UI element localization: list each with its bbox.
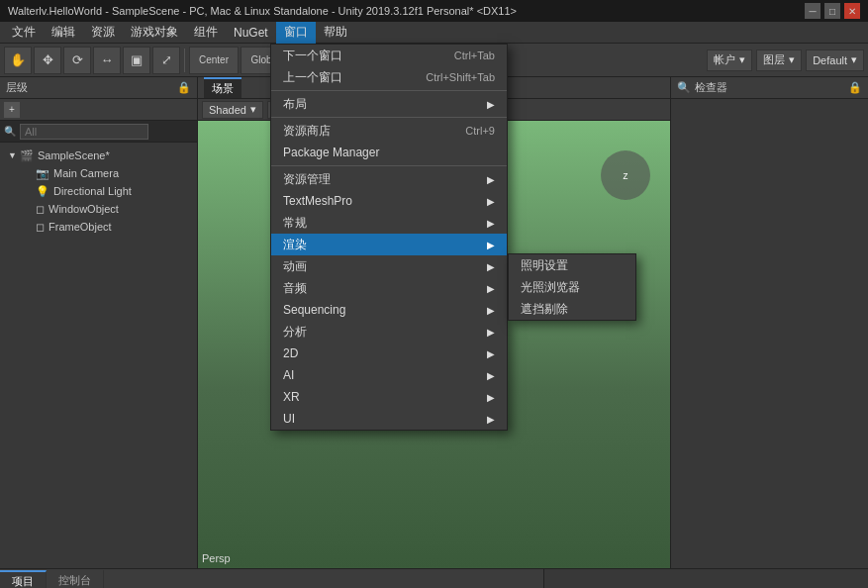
audio-label: 音频 [283,280,307,297]
chevron-down-icon-3: ▾ [851,53,857,66]
menu-textmeshpro[interactable]: TextMeshPro ▶ [271,190,507,212]
submenu-arrow-icon: ▶ [487,327,495,338]
menu-animation[interactable]: 动画 ▶ [271,255,507,277]
tool-hand[interactable]: ✋ [4,47,32,74]
menu-prev-window[interactable]: 上一个窗口 Ctrl+Shift+Tab [271,66,507,88]
shortcut-label: Ctrl+Tab [454,49,495,61]
scene-tab[interactable]: 场景 [204,77,241,98]
hierarchy-tree: ▼ 🎬 SampleScene* 📷 Main Camera 💡 Directi… [0,143,197,568]
menu-render[interactable]: 渲染 ▶ [271,234,507,255]
menu-edit[interactable]: 编辑 [44,22,83,44]
submenu-arrow-icon: ▶ [487,240,495,250]
menu-next-window[interactable]: 下一个窗口 Ctrl+Tab [271,45,507,66]
menu-analysis[interactable]: 分析 ▶ [271,321,507,343]
menu-help[interactable]: 帮助 [316,22,355,44]
tree-item-samplescene[interactable]: ▼ 🎬 SampleScene* [0,147,197,164]
scene-gizmo: z [601,150,650,200]
inspector-header: 🔍 检查器 🔒 [671,77,868,99]
submenu-arrow-icon: ▶ [487,414,495,425]
menu-ui[interactable]: UI ▶ [271,408,507,430]
window-title: Walterlv.HelloWorld - SampleScene - PC, … [8,5,805,17]
general-label: 常规 [283,215,307,232]
submenu-arrow-icon: ▶ [487,370,495,381]
inspector-panel: 🔍 检查器 🔒 [670,77,868,568]
gameobj-icon: ◻ [36,221,45,234]
menu-file[interactable]: 文件 [4,22,44,44]
layout-dropdown[interactable]: Default ▾ [806,49,864,71]
tree-item-main-camera[interactable]: 📷 Main Camera [0,164,197,182]
asset-store-label: 资源商店 [283,123,331,140]
submenu-occlusion-culling[interactable]: 遮挡剔除 [509,298,635,320]
tool-rotate[interactable]: ⟳ [63,47,91,74]
shaded-dropdown[interactable]: Shaded ▾ [202,101,263,119]
menu-window[interactable]: 窗口 [276,22,316,44]
tool-transform[interactable]: ⤢ [152,47,180,74]
menu-separator [271,117,507,118]
submenu-arrow-icon: ▶ [487,283,495,294]
menu-sequencing[interactable]: Sequencing ▶ [271,299,507,321]
menu-xr[interactable]: XR ▶ [271,386,507,408]
right-bottom-panel [544,569,868,588]
title-bar: Walterlv.HelloWorld - SampleScene - PC, … [0,0,868,22]
lock-icon: 🔒 [177,81,191,94]
submenu-arrow-icon: ▶ [487,348,495,359]
package-manager-label: Package Manager [283,146,379,159]
tab-project[interactable]: 项目 [0,570,47,588]
layers-dropdown[interactable]: 图层 ▾ [756,49,802,71]
menu-separator [271,90,507,91]
account-dropdown[interactable]: 帐户 ▾ [707,49,752,71]
hierarchy-add-button[interactable]: + [4,102,20,118]
tree-item-windowobject[interactable]: ◻ WindowObject [0,200,197,218]
window-menu-dropdown: 下一个窗口 Ctrl+Tab 上一个窗口 Ctrl+Shift+Tab 布局 ▶… [270,44,508,431]
tool-pivot[interactable]: Center [189,47,239,74]
next-window-label: 下一个窗口 [283,48,342,64]
render-label: 渲染 [283,237,307,253]
tool-scale[interactable]: ↔ [93,47,121,74]
inspector-lock-icon: 🔒 [848,81,862,94]
bottom-tabs: 项目 控制台 [0,569,543,588]
submenu-light-explorer[interactable]: 光照浏览器 [509,276,635,298]
account-label: 帐户 [714,52,735,67]
layers-label: 图层 [763,52,785,67]
menu-assets[interactable]: 资源 [83,22,123,44]
submenu-lighting-settings[interactable]: 照明设置 [509,254,635,276]
submenu-arrow-icon: ▶ [487,392,495,403]
tree-item-directional-light[interactable]: 💡 Directional Light [0,182,197,200]
chevron-down-icon-2: ▾ [789,53,795,66]
tool-move[interactable]: ✥ [34,47,61,74]
tab-console[interactable]: 控制台 [47,570,104,588]
submenu-arrow-icon: ▶ [487,218,495,229]
scene-perspective-label: Persp [202,552,231,564]
render-submenu: 照明设置 光照浏览器 遮挡剔除 [508,253,636,321]
menu-package-manager[interactable]: Package Manager [271,142,507,163]
menu-audio[interactable]: 音频 ▶ [271,277,507,299]
minimize-button[interactable]: ─ [805,3,820,19]
scene-icon: 🎬 [20,149,34,162]
tree-item-label: SampleScene* [38,149,110,161]
ui-label: UI [283,412,295,426]
hierarchy-search-bar: 🔍 [0,121,197,143]
shaded-label: Shaded [209,104,246,116]
menu-component[interactable]: 组件 [186,22,226,44]
menu-2d[interactable]: 2D ▶ [271,343,507,364]
tool-rect[interactable]: ▣ [123,47,150,74]
maximize-button[interactable]: □ [824,3,840,19]
shortcut-label: Ctrl+9 [465,125,495,137]
prev-window-label: 上一个窗口 [283,69,342,86]
tree-item-label: Main Camera [53,167,119,179]
xr-label: XR [283,390,300,404]
tree-item-frameobject[interactable]: ◻ FrameObject [0,218,197,236]
close-button[interactable]: ✕ [844,3,860,19]
search-icon: 🔍 [4,126,16,137]
inspector-title: 检查器 [695,80,727,95]
hierarchy-search-input[interactable] [20,124,148,140]
menu-ai[interactable]: AI ▶ [271,364,507,386]
analysis-label: 分析 [283,324,307,341]
menu-gameobject[interactable]: 游戏对象 [123,22,186,44]
menu-asset-management[interactable]: 资源管理 ▶ [271,168,507,190]
menu-layout[interactable]: 布局 ▶ [271,93,507,115]
menu-asset-store[interactable]: 资源商店 Ctrl+9 [271,120,507,142]
menu-nuget[interactable]: NuGet [226,22,276,44]
submenu-arrow-icon: ▶ [487,196,495,207]
menu-general[interactable]: 常规 ▶ [271,212,507,234]
